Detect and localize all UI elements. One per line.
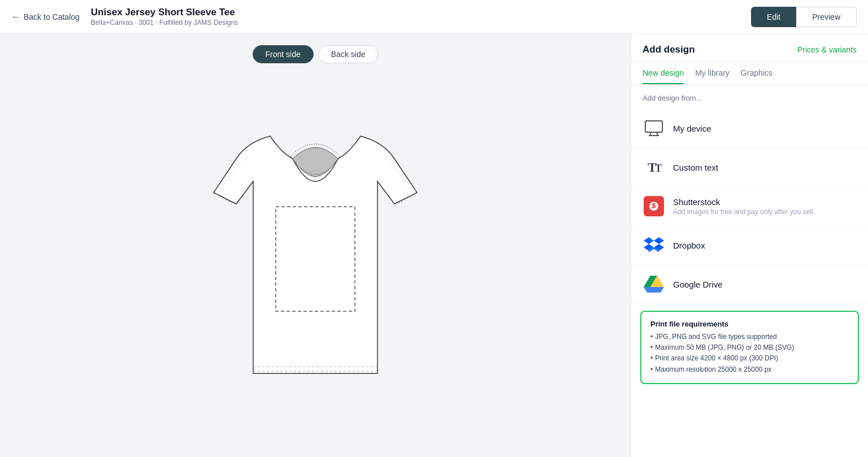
option-dropbox-text: Dropbox	[673, 241, 705, 250]
product-title: Unisex Jersey Short Sleeve Tee	[91, 7, 751, 18]
google-drive-icon	[643, 273, 665, 295]
panel-title: Add design	[643, 44, 695, 55]
option-google-drive-text: Google Drive	[673, 280, 723, 289]
option-google-drive[interactable]: Google Drive	[631, 265, 868, 304]
canvas-area: Front side Back side	[0, 34, 631, 457]
prices-variants-link[interactable]: Prices & variants	[797, 45, 857, 54]
tab-new-design[interactable]: New design	[643, 68, 684, 84]
tshirt-illustration	[180, 102, 451, 419]
preview-button[interactable]: Preview	[796, 7, 857, 27]
product-info: Unisex Jersey Short Sleeve Tee Bella+Can…	[91, 7, 751, 27]
product-subtitle: Bella+Canvas · 3001 · Fulfilled by JAMS …	[91, 19, 751, 27]
back-to-catalog-label: Back to Catalog	[24, 12, 80, 21]
right-panel: Add design Prices & variants New design …	[631, 34, 868, 457]
header: ← Back to Catalog Unisex Jersey Short Sl…	[0, 0, 868, 34]
option-my-device-text: My device	[673, 124, 711, 133]
tab-my-library[interactable]: My library	[695, 68, 730, 84]
req-item-1: JPG, PNG and SVG file types supported	[650, 332, 849, 342]
edit-button[interactable]: Edit	[751, 7, 796, 27]
req-item-2: Maximum 50 MB (JPG, PNG) or 20 MB (SVG)	[650, 342, 849, 353]
header-actions: Edit Preview	[751, 7, 857, 27]
monitor-icon	[643, 117, 665, 140]
print-requirements-box: Print file requirements JPG, PNG and SVG…	[640, 311, 859, 384]
dropbox-icon	[643, 234, 665, 256]
option-custom-text-block: Custom text	[673, 163, 718, 172]
option-dropbox-label: Dropbox	[673, 241, 705, 250]
option-shutterstock-sub: Add images for free and pay only after y…	[673, 208, 815, 216]
option-shutterstock-label: Shutterstock	[673, 197, 815, 207]
option-my-device[interactable]: My device	[631, 109, 868, 148]
tab-front-side[interactable]: Front side	[253, 45, 314, 63]
back-arrow-icon: ←	[11, 12, 20, 22]
tab-back-side[interactable]: Back side	[318, 45, 379, 63]
tab-graphics[interactable]: Graphics	[741, 68, 772, 84]
shutterstock-icon	[643, 195, 665, 217]
option-custom-text[interactable]: TT Custom text	[631, 148, 868, 187]
section-label: Add design from...	[631, 94, 868, 109]
svg-rect-3	[645, 121, 662, 132]
req-list: JPG, PNG and SVG file types supported Ma…	[650, 332, 849, 375]
option-custom-text-label: Custom text	[673, 163, 718, 172]
text-icon: TT	[643, 156, 665, 179]
req-title: Print file requirements	[650, 320, 849, 328]
side-tabs: Front side Back side	[253, 45, 379, 63]
tshirt-container	[180, 75, 451, 446]
panel-tabs: New design My library Graphics	[631, 62, 868, 85]
option-google-drive-label: Google Drive	[673, 280, 723, 289]
option-shutterstock[interactable]: Shutterstock Add images for free and pay…	[631, 187, 868, 226]
panel-header: Add design Prices & variants	[631, 34, 868, 62]
option-shutterstock-text: Shutterstock Add images for free and pay…	[673, 197, 815, 216]
panel-body: Add design from... My device	[631, 85, 868, 457]
back-to-catalog-button[interactable]: ← Back to Catalog	[11, 12, 80, 22]
main-layout: Front side Back side	[0, 34, 868, 457]
option-dropbox[interactable]: Dropbox	[631, 226, 868, 265]
req-item-3: Print area size 4200 × 4800 px (300 DPI)	[650, 353, 849, 364]
req-item-4: Maximum resolution 25000 x 25000 px	[650, 364, 849, 375]
option-my-device-label: My device	[673, 124, 711, 133]
